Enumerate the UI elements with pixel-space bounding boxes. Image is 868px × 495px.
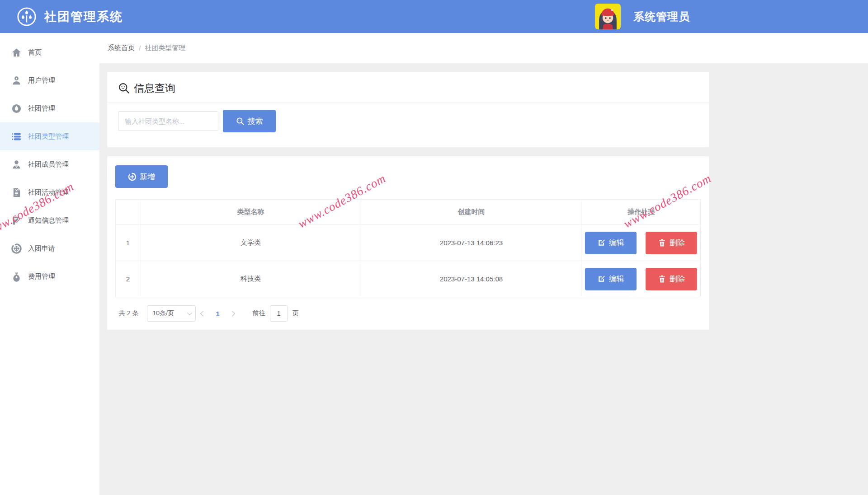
- sidebar-item-label: 社团活动管理: [28, 188, 69, 197]
- col-header-created: 创建时间: [361, 200, 582, 224]
- app-title: 社团管理系统: [44, 9, 123, 25]
- col-header-ops: 操作处理: [582, 200, 700, 224]
- cell-operations: 编辑 删除: [582, 261, 700, 297]
- circle-plus-icon: [128, 173, 137, 181]
- edit-button-label: 编辑: [609, 274, 624, 284]
- search-button[interactable]: 搜索: [223, 110, 276, 132]
- add-button-label: 新增: [140, 172, 155, 182]
- sidebar-item-label: 社团管理: [28, 104, 55, 113]
- col-header-index: [116, 200, 141, 224]
- trash-icon: [658, 275, 666, 283]
- sidebar-item-club-activities[interactable]: 社团活动管理: [0, 178, 99, 206]
- sidebar-item-label: 社团成员管理: [28, 160, 69, 169]
- sidebar-item-label: 通知信息管理: [28, 216, 69, 225]
- list-icon: [11, 131, 22, 142]
- circle-plus-icon: [11, 243, 22, 254]
- sidebar-item-fees[interactable]: 费用管理: [0, 262, 99, 290]
- sidebar-item-label: 用户管理: [28, 76, 55, 85]
- sidebar-item-label: 首页: [28, 48, 42, 57]
- current-page[interactable]: 1: [211, 310, 225, 318]
- edit-button[interactable]: 编辑: [585, 268, 637, 290]
- pagination-total: 共 2 条: [119, 309, 139, 318]
- goto-page-input[interactable]: [270, 305, 288, 322]
- chevron-right-icon: [229, 311, 235, 317]
- sidebar-item-club-members[interactable]: 社团成员管理: [0, 150, 99, 178]
- add-button[interactable]: 新增: [115, 165, 168, 188]
- home-icon: [11, 47, 22, 58]
- sidebar-item-label: 社团类型管理: [28, 132, 69, 141]
- sidebar-item-home[interactable]: 首页: [0, 38, 99, 66]
- sidebar: 首页 用户管理 社团管理 社团类型管理 社团成员管理 社团活动管理 通知信息管理…: [0, 33, 99, 495]
- edit-button-label: 编辑: [609, 238, 624, 248]
- sidebar-item-club-types[interactable]: 社团类型管理: [0, 122, 99, 150]
- breadcrumb: 系统首页 / 社团类型管理: [99, 33, 868, 63]
- delete-button-label: 删除: [670, 238, 685, 248]
- sidebar-item-notices[interactable]: 通知信息管理: [0, 206, 99, 234]
- search-icon: [236, 117, 245, 126]
- chevron-left-icon: [200, 311, 206, 317]
- money-bag-icon: [11, 271, 22, 282]
- sidebar-item-users[interactable]: 用户管理: [0, 66, 99, 94]
- breadcrumb-separator: /: [139, 44, 141, 52]
- member-icon: [11, 159, 22, 170]
- cell-created-time: 2023-07-13 14:05:08: [361, 261, 582, 297]
- document-icon: [11, 187, 22, 198]
- goto-prefix: 前往: [253, 309, 265, 318]
- cell-type-name: 文学类: [141, 225, 361, 261]
- cell-index: 2: [116, 261, 141, 297]
- club-type-table: 类型名称 创建时间 操作处理 1 文学类 2023-07-13 14:06:23…: [115, 199, 701, 297]
- sidebar-item-label: 费用管理: [28, 272, 55, 281]
- drop-icon: [11, 103, 22, 114]
- cell-index: 1: [116, 225, 141, 261]
- table-row: 1 文学类 2023-07-13 14:06:23 编辑 删除: [116, 224, 700, 261]
- sidebar-item-join-apply[interactable]: 入团申请: [0, 234, 99, 262]
- avatar[interactable]: [595, 4, 621, 29]
- trash-icon: [658, 238, 666, 247]
- pagination: 共 2 条 10条/页 1 前往 页: [115, 305, 701, 322]
- magnifier-face-icon: [118, 82, 130, 94]
- info-query-title-text: 信息查询: [134, 81, 175, 95]
- info-query-card: 信息查询 搜索: [107, 72, 709, 147]
- cell-created-time: 2023-07-13 14:06:23: [361, 225, 582, 261]
- cell-type-name: 科技类: [141, 261, 361, 297]
- prev-page-button[interactable]: [196, 305, 211, 322]
- edit-icon: [597, 275, 606, 283]
- table-header-row: 类型名称 创建时间 操作处理: [116, 200, 700, 224]
- chevron-down-icon: [187, 310, 192, 315]
- edit-button[interactable]: 编辑: [585, 232, 637, 254]
- delete-button[interactable]: 删除: [646, 232, 697, 254]
- breadcrumb-home[interactable]: 系统首页: [108, 44, 135, 52]
- goto-suffix: 页: [292, 309, 299, 318]
- edit-icon: [597, 238, 606, 247]
- logo-drops-icon: [16, 6, 37, 27]
- delete-button[interactable]: 删除: [646, 268, 697, 290]
- page-size-value: 10条/页: [153, 309, 174, 318]
- cell-operations: 编辑 删除: [582, 225, 700, 261]
- user-block[interactable]: 系统管理员: [595, 0, 690, 33]
- edit-note-icon: [11, 215, 22, 226]
- delete-button-label: 删除: [670, 274, 685, 284]
- col-header-name: 类型名称: [141, 200, 361, 224]
- info-query-title: 信息查询: [118, 81, 698, 95]
- sidebar-item-clubs[interactable]: 社团管理: [0, 94, 99, 122]
- user-name: 系统管理员: [633, 9, 690, 24]
- next-page-button[interactable]: [225, 305, 240, 322]
- search-button-label: 搜索: [248, 116, 263, 126]
- breadcrumb-current: 社团类型管理: [145, 44, 185, 52]
- club-type-search-input[interactable]: [118, 111, 218, 131]
- page-size-select[interactable]: 10条/页: [147, 305, 196, 322]
- club-type-table-card: 新增 类型名称 创建时间 操作处理 1 文学类 2023-07-13 14:06…: [107, 156, 709, 330]
- user-icon: [11, 75, 22, 86]
- sidebar-item-label: 入团申请: [28, 244, 55, 253]
- table-row: 2 科技类 2023-07-13 14:05:08 编辑 删除: [116, 261, 700, 297]
- divider: [107, 102, 709, 103]
- top-header: 社团管理系统 系统管理员: [0, 0, 868, 33]
